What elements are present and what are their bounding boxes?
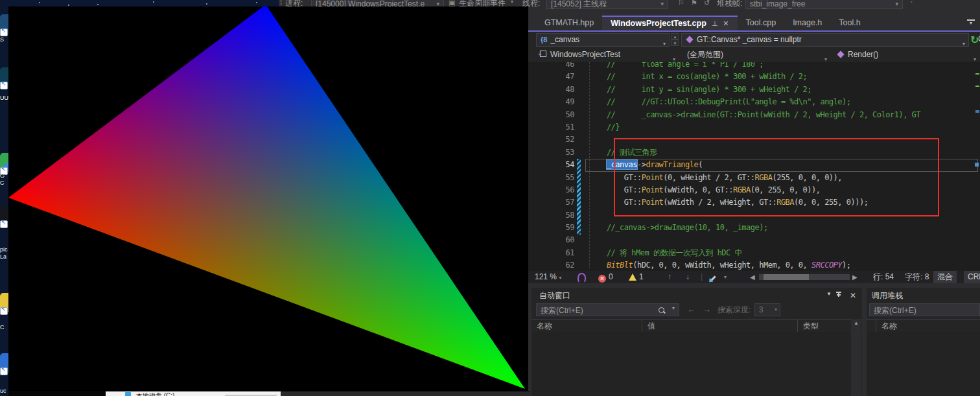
panel-splitter[interactable] <box>528 283 980 288</box>
code-line-49: // //GT::UTool::DebugPrint(L"angle = %d\… <box>589 96 920 108</box>
toolbar-grip-icon[interactable]: ⁞ <box>280 0 282 6</box>
chevron-down-icon: ▾ <box>974 52 976 62</box>
code-line-51: //} <box>589 121 920 134</box>
callstack-icon-column <box>867 320 876 332</box>
symbol-spinner-up[interactable]: ▲ <box>671 33 679 40</box>
line-number[interactable]: 62 <box>528 259 574 271</box>
desktop-icon[interactable]: G C <box>0 153 8 188</box>
line-number[interactable]: 52 <box>528 134 574 146</box>
code-line-47: // int x = cos(angle) * 300 + wWidth / 2… <box>589 71 920 83</box>
tab-overflow-icon[interactable]: ▾ <box>967 19 975 25</box>
column-header[interactable]: 值 <box>642 320 797 332</box>
desktop-icon-label: UU <box>0 95 8 102</box>
warning-count[interactable]: 1 <box>629 271 644 283</box>
line-number[interactable]: 55 <box>528 172 574 184</box>
method-icon <box>837 51 844 58</box>
column-header[interactable]: 名称 <box>876 320 980 332</box>
chevron-down-icon[interactable]: ▾ <box>724 271 727 283</box>
search-depth-combobox[interactable]: 3 ▾ <box>754 303 780 316</box>
code-token <box>589 160 607 169</box>
callstack-window: 调用堆栈 名称 <box>867 288 980 396</box>
tab-Image.h[interactable]: Image.h <box>784 16 830 30</box>
encoding-indicator[interactable]: 混合 <box>933 271 957 283</box>
file-explorer-fragment[interactable]: 本地磁盘 (C:) <box>106 391 281 396</box>
toolbar-overflow-icon[interactable]: ⹀ <box>911 0 913 5</box>
window-position-icon[interactable]: ▼ <box>826 291 832 297</box>
symbol-spinner-down[interactable]: ▼ <box>671 40 679 46</box>
pin-icon[interactable] <box>838 291 839 298</box>
tab-GTMATH.hpp[interactable]: GTMATH.hpp <box>536 16 602 30</box>
prev-issue-button[interactable]: ↑ <box>668 271 671 283</box>
shortcut-arrow-icon <box>0 367 8 375</box>
project-combobox[interactable]: WindowsProjectTest ▾ <box>536 48 679 62</box>
scope-combobox[interactable]: (全局范围) ▾ <box>682 48 831 62</box>
callstack-body[interactable] <box>867 332 980 396</box>
line-number[interactable]: 46 <box>528 62 574 71</box>
autos-grid-body[interactable] <box>531 332 850 396</box>
close-icon[interactable]: ✕ <box>850 291 856 300</box>
line-number[interactable]: 54 <box>528 159 574 171</box>
tab-Tool.h[interactable]: Tool.h <box>830 16 869 30</box>
desktop-icon[interactable]: C <box>0 293 8 340</box>
back-arrow-icon[interactable]: ← <box>687 303 695 316</box>
column-header[interactable]: 类型 <box>797 320 850 332</box>
error-count[interactable]: ✕0 <box>598 271 613 283</box>
line-number[interactable]: 49 <box>528 96 574 108</box>
line-number[interactable]: 57 <box>528 196 574 209</box>
callstack-search-input[interactable] <box>870 305 980 316</box>
thread-combobox[interactable]: ▾ [145052] 主线程 <box>546 0 668 9</box>
stack-frame-combobox[interactable]: ▾ stbi_image_free <box>745 0 903 9</box>
line-number[interactable]: 60 <box>528 234 574 246</box>
member-combobox[interactable]: Render() ▾ <box>833 48 980 62</box>
line-number[interactable]: 48 <box>528 84 574 96</box>
gt-canvas-window[interactable] <box>8 6 528 391</box>
desktop-icon[interactable]: UU <box>0 67 8 110</box>
line-number[interactable]: 58 <box>528 209 574 222</box>
search-depth-label: 搜索深度: <box>718 303 751 316</box>
line-number[interactable]: 61 <box>528 247 574 259</box>
stack-frame-label: 堆栈帧: <box>717 0 742 9</box>
pin-icon[interactable]: ⊣ <box>708 20 721 27</box>
line-ending-indicator[interactable]: CRLF <box>964 271 980 283</box>
rgb-gradient-triangle <box>8 6 528 391</box>
desktop-icon[interactable]: S <box>0 14 8 52</box>
code-token: // float angle = i * PI / 180 ; <box>589 62 764 69</box>
hscrollbar-thumb[interactable] <box>764 274 809 280</box>
next-issue-button[interactable]: ↓ <box>686 271 690 283</box>
forward-arrow-icon[interactable]: → <box>703 303 711 316</box>
line-number[interactable]: 51 <box>528 121 574 134</box>
declaration-combobox[interactable]: GT::Canvas* _canvas = nullptr ▾ <box>681 33 969 47</box>
search-icon[interactable] <box>659 307 664 313</box>
scroll-up-arrow[interactable]: ▲ <box>851 319 861 328</box>
column-indicator[interactable]: 字符: 8 <box>905 271 929 283</box>
rewind-icon[interactable]: ↺ <box>704 0 710 7</box>
close-icon[interactable]: ✕ <box>723 17 729 30</box>
line-number[interactable]: 50 <box>528 109 574 121</box>
desktop-icon[interactable]: pic La <box>0 206 8 262</box>
hscroll-right-arrow[interactable]: ▶ <box>852 271 858 283</box>
code-token: // int y = sin(angle) * 300 + wHeight / … <box>589 85 811 94</box>
flag-filled-icon[interactable]: ⚑ <box>691 0 697 7</box>
hscroll-left-arrow[interactable]: ◀ <box>750 271 755 283</box>
code-token <box>589 261 607 270</box>
tab-Tool.cpp[interactable]: Tool.cpp <box>738 16 785 30</box>
line-number[interactable]: 53 <box>528 146 574 159</box>
callstack-search[interactable] <box>869 303 980 316</box>
line-number[interactable]: 47 <box>528 71 574 83</box>
zoom-level-combobox[interactable]: 121 % ▾ <box>535 271 561 284</box>
chevron-down-icon[interactable]: ▾ <box>672 305 675 311</box>
tab-label: Tool.h <box>839 18 860 27</box>
desktop-icon[interactable]: uc <box>0 353 8 396</box>
column-header[interactable]: 名称 <box>531 320 642 332</box>
line-number-margin[interactable]: 4647484950515253545556575859606162 <box>528 62 574 271</box>
symbol-combobox[interactable]: {8_canvas ▾ <box>536 33 670 47</box>
code-editor[interactable]: 4647484950515253545556575859606162 // fl… <box>528 62 980 271</box>
line-number[interactable]: 59 <box>528 222 574 234</box>
flag-outline-icon[interactable]: ⚐ <box>678 0 684 7</box>
autos-search[interactable]: ▾ <box>536 303 679 316</box>
tab-WindowsProjectTest.cpp[interactable]: WindowsProjectTest.cpp⊣✕ <box>602 16 737 30</box>
autos-vscrollbar[interactable]: ▲ <box>851 319 861 396</box>
chevron-down-icon: ▾ <box>673 52 675 62</box>
line-indicator[interactable]: 行: 54 <box>873 271 894 283</box>
line-number[interactable]: 56 <box>528 184 574 196</box>
